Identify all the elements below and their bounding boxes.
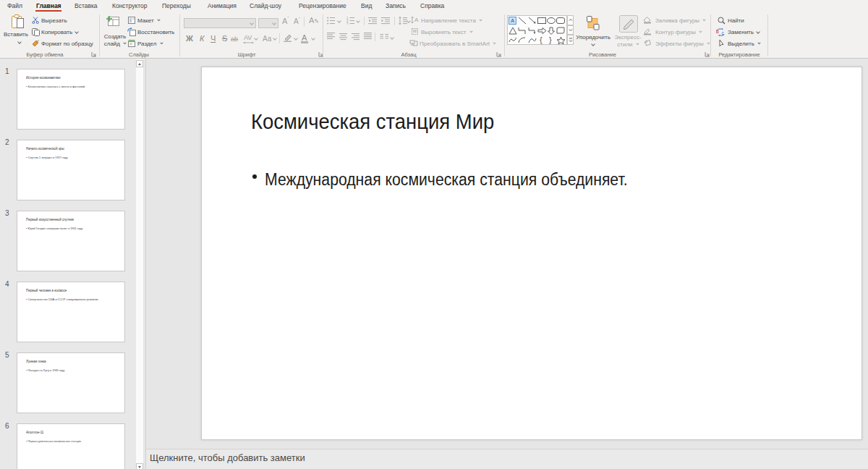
- svg-text:3: 3: [346, 22, 349, 25]
- svg-text:A: A: [414, 17, 419, 23]
- svg-text:b: b: [716, 29, 719, 34]
